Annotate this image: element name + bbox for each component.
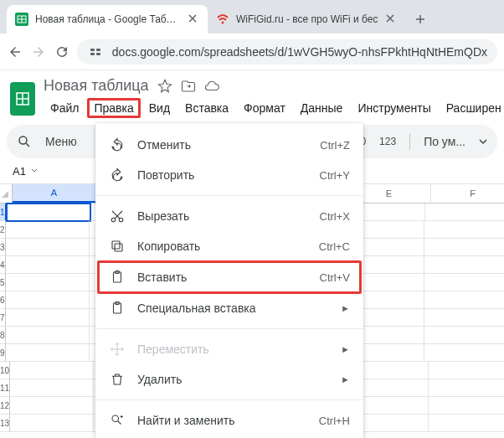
menu-paste[interactable]: Вставить Ctrl+V <box>97 260 362 294</box>
sheets-favicon <box>15 13 28 26</box>
edit-dropdown: Отменить Ctrl+Z Повторить Ctrl+Y Вырезат… <box>95 123 363 438</box>
cell[interactable] <box>6 221 90 239</box>
tab-title: WiFiGid.ru - все про WiFi и бес <box>236 13 378 25</box>
menu-cut[interactable]: Вырезать Ctrl+X <box>95 201 363 231</box>
cell[interactable] <box>6 344 90 362</box>
sheets-logo[interactable] <box>10 77 35 117</box>
url-text: docs.google.com/spreadsheets/d/1wVGH5wyO… <box>112 45 487 59</box>
svg-point-12 <box>19 137 27 144</box>
menu-format[interactable]: Формат <box>237 98 292 118</box>
browser-tab[interactable]: WiFiGid.ru - все про WiFi и бес <box>208 5 405 33</box>
namebox-value: A1 <box>13 165 26 178</box>
format-123-button[interactable]: 123 <box>379 136 396 147</box>
select-all-corner[interactable] <box>0 184 13 203</box>
cell[interactable] <box>6 327 90 344</box>
cell[interactable] <box>424 291 504 309</box>
cell[interactable] <box>7 204 90 221</box>
star-icon[interactable] <box>157 79 172 94</box>
menu-divider <box>95 195 363 196</box>
menu-shortcut: Ctrl+H <box>319 415 350 427</box>
close-icon[interactable] <box>385 13 397 25</box>
menu-move: Переместить ► <box>95 334 363 364</box>
menu-edit[interactable]: Правка <box>87 98 140 118</box>
menu-shortcut: Ctrl+V <box>320 271 350 284</box>
cell[interactable] <box>10 415 94 432</box>
browser-tab-active[interactable]: Новая таблица - Google Табли... <box>7 5 208 33</box>
menu-label: Копировать <box>137 240 307 253</box>
cell[interactable] <box>424 239 504 256</box>
chevron-down-icon[interactable] <box>479 137 487 146</box>
cell[interactable] <box>424 221 504 239</box>
redo-icon <box>109 167 126 183</box>
font-selector[interactable]: По ум... <box>424 135 465 148</box>
menubar: Файл Правка Вид Вставка Формат Данные Ин… <box>44 98 504 118</box>
menu-label: Специальная вставка <box>137 301 329 315</box>
undo-icon <box>109 137 126 153</box>
cell[interactable] <box>429 397 504 415</box>
menu-label: Повторить <box>137 168 308 182</box>
cell[interactable] <box>429 415 504 432</box>
cell[interactable] <box>425 204 504 221</box>
submenu-arrow-icon: ► <box>341 303 350 313</box>
new-tab-button[interactable] <box>409 8 432 31</box>
menu-shortcut: Ctrl+X <box>320 210 350 223</box>
menu-copy[interactable]: Копировать Ctrl+C <box>95 231 363 261</box>
col-header-f[interactable]: F <box>431 184 504 203</box>
name-box[interactable]: A1 <box>7 162 62 180</box>
menu-divider <box>95 399 363 400</box>
row-header[interactable]: 12 <box>0 397 10 415</box>
cell[interactable] <box>424 274 504 291</box>
back-button[interactable] <box>7 40 23 64</box>
cell[interactable] <box>10 397 94 415</box>
row-header[interactable]: 11 <box>0 379 10 397</box>
menu-undo[interactable]: Отменить Ctrl+Z <box>95 130 363 160</box>
doc-title[interactable]: Новая таблица <box>44 77 149 95</box>
cell[interactable] <box>429 362 504 379</box>
cell[interactable] <box>424 256 504 274</box>
cell[interactable] <box>6 309 90 327</box>
menu-file[interactable]: Файл <box>44 98 85 118</box>
cell[interactable] <box>6 291 90 309</box>
cell[interactable] <box>6 274 90 291</box>
search-menus-icon[interactable] <box>17 134 32 149</box>
cell[interactable] <box>6 239 90 256</box>
col-header-a[interactable]: A <box>13 184 96 203</box>
menu-divider <box>95 328 363 329</box>
menu-shortcut: Ctrl+Z <box>320 139 350 152</box>
cell[interactable] <box>424 344 504 362</box>
menu-tools[interactable]: Инструменты <box>351 98 437 118</box>
row-header[interactable]: 10 <box>0 362 10 379</box>
row-header[interactable]: 13 <box>0 415 10 432</box>
menu-redo[interactable]: Повторить Ctrl+Y <box>95 160 363 190</box>
reload-button[interactable] <box>54 40 70 64</box>
menu-find-replace[interactable]: Найти и заменить Ctrl+H <box>95 405 363 435</box>
menu-insert[interactable]: Вставка <box>178 98 235 118</box>
close-icon[interactable] <box>188 13 199 25</box>
menu-paste-special[interactable]: Специальная вставка ► <box>95 293 363 323</box>
menu-delete[interactable]: Удалить ► <box>95 364 363 394</box>
cut-icon <box>109 208 126 224</box>
menu-label: Переместить <box>137 343 329 356</box>
url-bar[interactable]: docs.google.com/spreadsheets/d/1wVGH5wyO… <box>77 39 497 64</box>
browser-tabs-bar: Новая таблица - Google Табли... WiFiGid.… <box>0 0 504 33</box>
svg-rect-17 <box>112 241 120 249</box>
cell[interactable] <box>424 309 504 327</box>
row-header[interactable]: 1 <box>0 204 7 221</box>
cell[interactable] <box>10 379 94 397</box>
cell[interactable] <box>10 362 94 379</box>
move-folder-icon[interactable] <box>181 79 196 94</box>
menu-data[interactable]: Данные <box>294 98 350 118</box>
cell[interactable] <box>424 327 504 344</box>
menu-view[interactable]: Вид <box>142 98 177 118</box>
svg-rect-5 <box>90 49 95 51</box>
cloud-status-icon[interactable] <box>204 79 219 94</box>
site-settings-icon[interactable] <box>87 44 104 60</box>
forward-button[interactable] <box>30 40 47 64</box>
move-icon <box>109 341 126 358</box>
cell[interactable] <box>429 379 504 397</box>
cell[interactable] <box>6 256 90 274</box>
menu-label: Удалить <box>137 373 329 386</box>
toolbar-menu-label[interactable]: Меню <box>45 135 77 148</box>
menu-extensions[interactable]: Расширен <box>440 98 504 118</box>
menu-label: Найти и заменить <box>137 414 307 427</box>
